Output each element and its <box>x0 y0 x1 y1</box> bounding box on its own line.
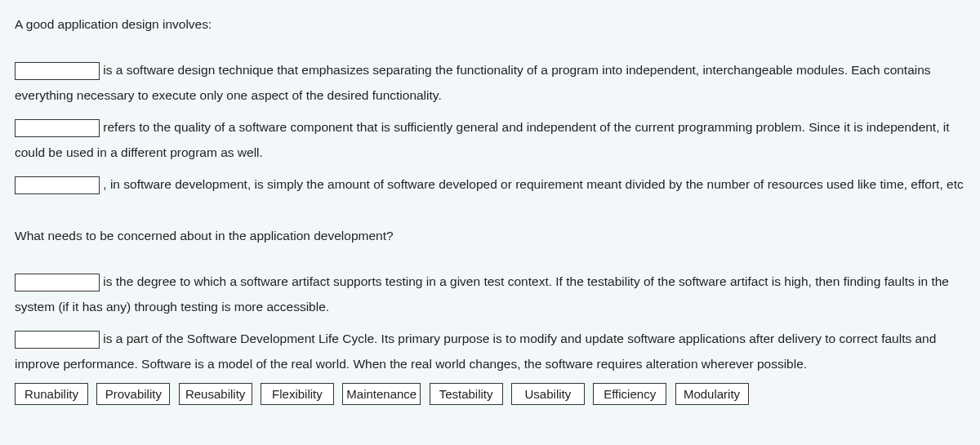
paragraph-5-text: is a part of the Software Development Li… <box>15 332 936 371</box>
paragraph-3: , in software development, is simply the… <box>15 171 965 197</box>
blank-input-3[interactable] <box>15 176 100 194</box>
word-bank: Runability Provability Reusability Flexi… <box>15 383 965 410</box>
blank-input-4[interactable] <box>15 274 100 291</box>
paragraph-4: is the degree to which a software artifa… <box>15 269 965 319</box>
word-option-testability[interactable]: Testability <box>430 383 503 405</box>
blank-input-1[interactable] <box>15 62 100 80</box>
blank-input-2[interactable] <box>15 119 100 137</box>
paragraph-1-text: is a software design technique that emph… <box>15 63 931 102</box>
paragraph-3-text: , in software development, is simply the… <box>100 177 964 191</box>
heading-concerns: What needs to be concerned about in the … <box>15 226 965 246</box>
word-option-reusability[interactable]: Reusability <box>179 383 252 405</box>
paragraph-1: is a software design technique that emph… <box>15 57 965 108</box>
word-option-runability[interactable]: Runability <box>15 383 88 405</box>
blank-input-5[interactable] <box>15 331 100 349</box>
word-option-provability[interactable]: Provability <box>96 383 170 405</box>
word-option-flexibility[interactable]: Flexibility <box>261 383 334 405</box>
paragraph-5: is a part of the Software Development Li… <box>15 326 965 376</box>
word-option-efficiency[interactable]: Efficiency <box>593 383 666 405</box>
heading-design-involves: A good application design involves: <box>15 15 965 34</box>
word-option-usability[interactable]: Usability <box>511 383 585 405</box>
word-option-modularity[interactable]: Modularity <box>675 383 749 405</box>
paragraph-4-text: is the degree to which a software artifa… <box>15 274 949 314</box>
paragraph-2: refers to the quality of a software comp… <box>15 114 965 165</box>
paragraph-2-text: refers to the quality of a software comp… <box>15 120 950 159</box>
word-option-maintenance[interactable]: Maintenance <box>342 383 421 405</box>
